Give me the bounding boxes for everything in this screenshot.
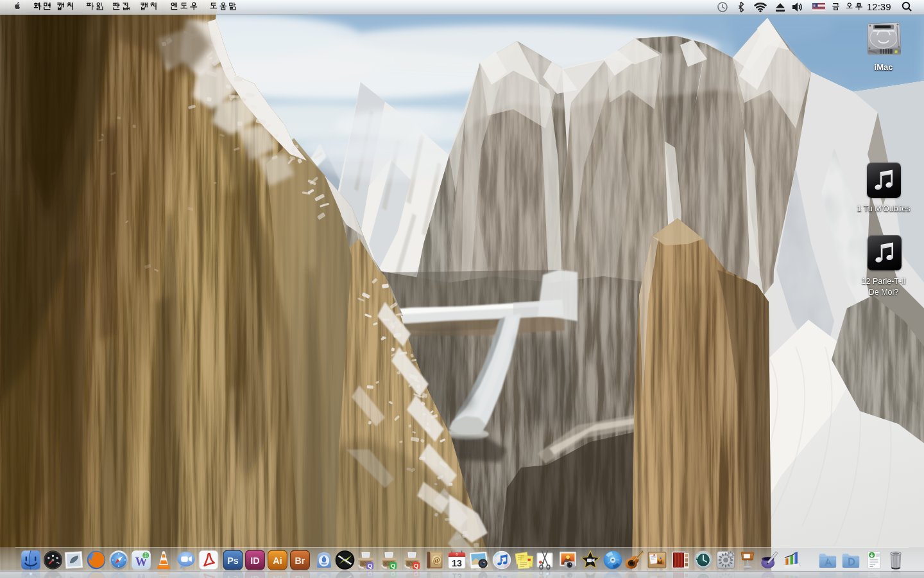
- svg-text:Ai: Ai: [273, 556, 282, 566]
- svg-text:Ps: Ps: [227, 556, 239, 566]
- svg-text:Q: Q: [391, 563, 395, 569]
- svg-text:Q: Q: [414, 563, 418, 569]
- svg-text:Q: Q: [368, 563, 372, 569]
- svg-text:@: @: [433, 556, 440, 565]
- svg-text:Br: Br: [295, 556, 305, 566]
- svg-text:13: 13: [452, 558, 462, 568]
- svg-text:12:39: 12:39: [867, 1, 891, 12]
- svg-text:ID: ID: [250, 556, 259, 566]
